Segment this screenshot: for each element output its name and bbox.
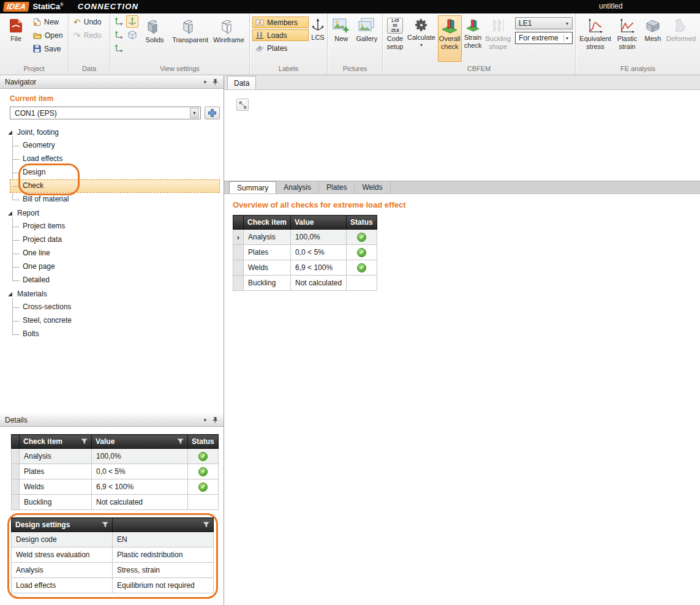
column-header-value[interactable]: Value <box>92 435 188 449</box>
axis-view-y-button[interactable] <box>113 29 125 41</box>
column-header-check-item[interactable]: Check item <box>20 435 92 449</box>
details-panel-header[interactable]: Details ▾ <box>0 413 224 427</box>
tab-welds[interactable]: Welds <box>355 181 390 194</box>
buckling-shape-button[interactable]: Buckling shape <box>484 15 512 62</box>
transparent-button[interactable]: Transparent <box>171 15 209 62</box>
column-header-design-settings[interactable]: Design settings <box>12 518 113 532</box>
cube-view-button[interactable] <box>126 29 138 41</box>
redo-button[interactable]: ↷ Redo <box>71 29 103 42</box>
navigator-menu-icon[interactable]: ▾ <box>203 79 206 85</box>
expand-viewport-button[interactable] <box>236 99 249 111</box>
table-row[interactable]: Welds 6,9 < 100% <box>233 260 377 276</box>
sidebar-item-detailed[interactable]: Detailed <box>0 274 224 287</box>
sidebar-item-one-line[interactable]: One line <box>0 247 224 260</box>
code-setup-button[interactable]: 1.45 90 25.8 Code setup <box>385 15 405 62</box>
plates-toggle[interactable]: A Plates <box>252 42 309 54</box>
load-effect-combobox[interactable]: LE1 ▾ <box>515 17 573 29</box>
navigator-pin-icon[interactable] <box>212 78 219 85</box>
buckling-shape-icon <box>490 18 506 34</box>
app-window: IDEA StatiCa® CONNECTION untitled File N… <box>0 0 700 605</box>
axis-view-x-button[interactable] <box>113 42 125 54</box>
tree-node-joint-footing[interactable]: Joint, footing <box>0 126 224 139</box>
sidebar-item-load-effects[interactable]: Load effects <box>0 152 224 166</box>
mesh-button[interactable]: Mesh <box>642 15 664 62</box>
table-row[interactable]: Weld stress evaluation Plastic redistrib… <box>12 547 214 563</box>
filter-icon[interactable] <box>177 438 184 445</box>
gallery-button[interactable]: Gallery <box>354 15 380 62</box>
save-button[interactable]: Save <box>31 42 65 55</box>
table-row[interactable]: Design code EN <box>12 532 214 547</box>
calculate-button[interactable]: Calculate ▾ <box>406 15 437 62</box>
table-row[interactable]: Buckling Not calculated <box>12 495 219 510</box>
chevron-down-icon: ▾ <box>564 20 570 27</box>
table-row[interactable]: Analysis 100,0% <box>12 449 219 464</box>
plastic-strain-button[interactable]: Plastic strain <box>614 15 641 62</box>
table-row[interactable]: Plates 0,0 < 5% <box>233 245 377 260</box>
open-button-label: Open <box>45 31 62 40</box>
tab-data[interactable]: Data <box>227 76 256 89</box>
add-connection-button[interactable] <box>205 107 220 119</box>
details-pin-icon[interactable] <box>212 416 219 423</box>
tree-node-report[interactable]: Report <box>0 206 224 220</box>
sidebar-item-steel-concrete[interactable]: Steel, concrete <box>0 314 224 328</box>
column-header-design-value[interactable] <box>113 518 214 532</box>
sidebar-item-project-data[interactable]: Project data <box>0 233 224 247</box>
table-row[interactable]: Analysis Stress, strain <box>12 563 214 578</box>
tab-summary[interactable]: Summary <box>229 181 276 194</box>
ribbon: File New Open Save <box>0 13 700 75</box>
file-button[interactable]: File <box>2 15 29 62</box>
file-icon <box>8 18 24 34</box>
sidebar-item-check[interactable]: Check <box>0 179 224 193</box>
calculate-dropdown-arrow[interactable]: ▾ <box>420 43 423 48</box>
open-button[interactable]: Open <box>31 29 65 42</box>
filter-icon[interactable] <box>81 438 88 445</box>
save-button-label: Save <box>44 45 61 53</box>
details-menu-icon[interactable]: ▾ <box>203 417 206 423</box>
extreme-filter-combobox[interactable]: For extreme ▾ <box>515 32 573 44</box>
picture-new-button[interactable]: New <box>330 15 353 62</box>
navigator-panel-header[interactable]: Navigator ▾ <box>0 75 224 89</box>
strain-check-icon <box>466 18 480 32</box>
axis-view-z-button[interactable] <box>113 15 125 28</box>
tree-expander-icon[interactable] <box>8 211 12 216</box>
chevron-down-icon[interactable]: ▾ <box>190 108 199 118</box>
tab-analysis[interactable]: Analysis <box>276 181 319 194</box>
filter-icon[interactable] <box>203 522 209 528</box>
tree-node-materials[interactable]: Materials <box>0 287 224 301</box>
undo-button[interactable]: ↶ Undo <box>71 15 103 28</box>
strain-check-button[interactable]: Strain check <box>463 15 483 62</box>
loads-toggle[interactable]: Loads <box>252 29 309 41</box>
current-item-combobox[interactable]: CON1 (EPS) ▾ <box>10 107 201 119</box>
table-row[interactable]: Load effects Equilibrium not required <box>12 578 214 593</box>
sidebar-item-one-page[interactable]: One page <box>0 260 224 274</box>
sidebar-item-design[interactable]: Design <box>0 166 224 179</box>
deformed-button[interactable]: Deformed <box>665 15 697 62</box>
sidebar-item-bolts[interactable]: Bolts <box>0 328 224 341</box>
ribbon-group-view-settings: Solids Transparent Wireframe View settin… <box>110 13 250 75</box>
sidebar-item-project-items[interactable]: Project items <box>0 220 224 233</box>
viewport-3d[interactable] <box>224 90 700 181</box>
tree-expander-icon[interactable] <box>8 292 12 296</box>
filter-icon[interactable] <box>102 522 108 528</box>
deformed-icon <box>673 18 689 34</box>
equivalent-stress-button[interactable]: Equivalent stress <box>578 15 612 62</box>
ribbon-group-label-project: Project <box>0 64 68 75</box>
sidebar-item-cross-sections[interactable]: Cross-sections <box>0 301 224 314</box>
overall-check-button[interactable]: Overall check <box>438 15 462 62</box>
lcs-button[interactable]: LCS <box>310 15 326 62</box>
table-row[interactable]: Plates 0,0 < 5% <box>12 464 219 479</box>
loads-icon <box>255 31 264 39</box>
table-row[interactable]: Welds 6,9 < 100% <box>12 479 219 495</box>
wireframe-button[interactable]: Wireframe <box>211 15 247 62</box>
sidebar-item-bill-of-material[interactable]: Bill of material <box>0 193 224 206</box>
table-row[interactable]: › Analysis 100,0% <box>233 230 377 245</box>
tab-plates[interactable]: Plates <box>319 181 355 194</box>
table-row[interactable]: Buckling Not calculated <box>233 276 377 291</box>
sidebar-item-geometry[interactable]: Geometry <box>0 139 224 152</box>
solids-button[interactable]: Solids <box>140 15 170 62</box>
axonometry-view-button[interactable] <box>126 15 138 28</box>
column-header-value: Value <box>291 216 347 230</box>
members-toggle[interactable]: A Members <box>252 17 309 28</box>
new-project-button[interactable]: New <box>31 15 65 28</box>
tree-expander-icon[interactable] <box>8 130 12 135</box>
